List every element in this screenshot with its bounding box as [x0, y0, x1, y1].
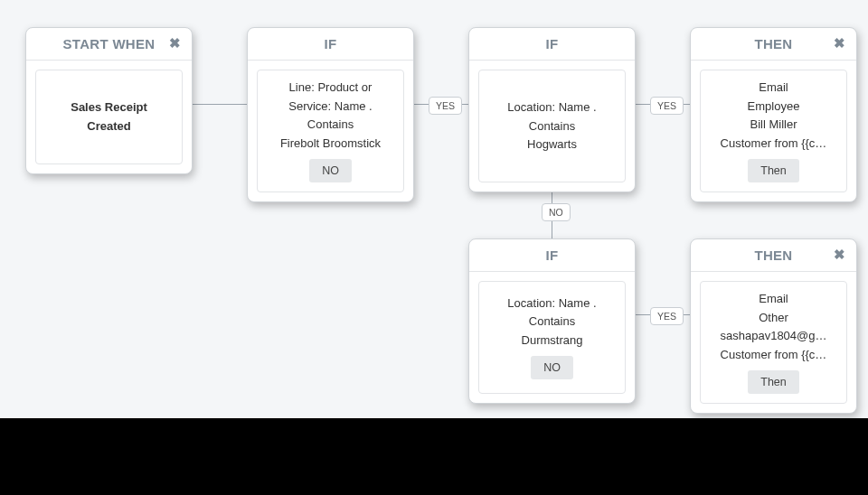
then-button[interactable]: Then — [748, 159, 799, 182]
node-content: Location: Name . Contains Hogwarts — [478, 70, 626, 182]
text-line: Line: Product or — [289, 79, 373, 96]
node-header: START WHEN ✖ — [26, 28, 192, 61]
node-content: Email Other sashapav1804@g… Customer fro… — [700, 281, 847, 404]
text-line: Other — [759, 310, 788, 326]
node-title: START WHEN — [63, 36, 156, 51]
badge-yes: YES — [429, 97, 462, 115]
badge-yes: YES — [650, 97, 684, 115]
node-title: IF — [546, 248, 559, 263]
node-content: Sales Receipt Created — [35, 70, 183, 164]
text-line: Email — [759, 79, 788, 96]
text-line: Location: Name . — [507, 99, 596, 116]
node-if-product[interactable]: IF Line: Product or Service: Name . Cont… — [247, 27, 414, 202]
text-line: Location: Name . — [507, 295, 596, 312]
text-line: Service: Name . — [288, 98, 372, 115]
node-header: THEN ✖ — [691, 28, 856, 61]
text-line: Email — [759, 291, 788, 307]
text-line: Contains — [529, 118, 575, 135]
text-line: sashapav1804@g… — [721, 328, 827, 344]
node-then-email-other[interactable]: THEN ✖ Email Other sashapav1804@g… Custo… — [690, 238, 857, 414]
no-button[interactable]: NO — [531, 356, 573, 379]
node-if-durmstrang[interactable]: IF Location: Name . Contains Durmstrang … — [468, 238, 636, 404]
then-button[interactable]: Then — [748, 370, 799, 394]
node-title: THEN — [754, 248, 792, 263]
node-header: IF — [469, 239, 635, 272]
text-line: Bill Miller — [750, 117, 797, 133]
text-line: Created — [87, 118, 130, 135]
connector — [193, 104, 247, 105]
text-line: Firebolt Broomstick — [280, 135, 381, 152]
node-title: IF — [325, 36, 337, 51]
close-icon[interactable]: ✖ — [169, 35, 181, 51]
node-content: Email Employee Bill Miller Customer from… — [700, 70, 847, 192]
text-line: Customer from {{c… — [721, 135, 827, 152]
node-header: THEN ✖ — [691, 239, 856, 272]
text-line: Durmstrang — [522, 332, 583, 349]
node-header: IF — [248, 28, 413, 61]
node-start-when[interactable]: START WHEN ✖ Sales Receipt Created — [25, 27, 193, 174]
footer-bar — [0, 418, 868, 495]
node-title: THEN — [754, 36, 792, 51]
no-button[interactable]: NO — [309, 159, 352, 182]
text-line: Contains — [307, 117, 354, 133]
badge-no: NO — [542, 203, 571, 221]
text-line: Contains — [529, 313, 575, 330]
text-line: Customer from {{c… — [721, 347, 827, 363]
node-header: IF — [469, 28, 635, 61]
node-then-email-employee[interactable]: THEN ✖ Email Employee Bill Miller Custom… — [690, 27, 857, 202]
node-content: Location: Name . Contains Durmstrang NO — [478, 281, 626, 394]
text-line: Hogwarts — [527, 136, 577, 153]
close-icon[interactable]: ✖ — [834, 35, 845, 51]
node-content: Line: Product or Service: Name . Contain… — [257, 70, 404, 192]
node-if-hogwarts[interactable]: IF Location: Name . Contains Hogwarts — [468, 27, 636, 192]
close-icon[interactable]: ✖ — [834, 247, 845, 263]
node-title: IF — [546, 36, 559, 51]
text-line: Employee — [748, 98, 800, 115]
text-line: Sales Receipt — [71, 99, 147, 116]
badge-yes: YES — [650, 307, 684, 325]
